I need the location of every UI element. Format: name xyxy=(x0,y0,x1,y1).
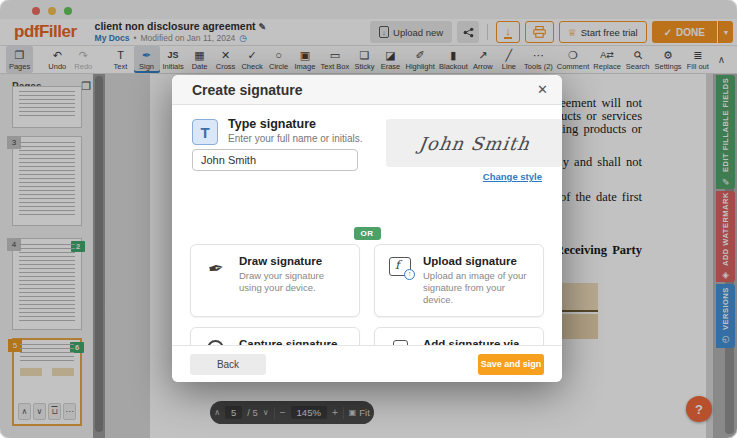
draw-pen-icon: ✒ xyxy=(206,256,226,281)
upload-signature-card[interactable]: f↑ Upload signature Upload an image of y… xyxy=(374,244,544,317)
change-style-link[interactable]: Change style xyxy=(483,171,542,182)
modal-footer: Back Save and sign xyxy=(172,345,562,382)
modal-body: T Type signature Enter your full name or… xyxy=(172,105,562,382)
or-badge: OR xyxy=(354,227,381,240)
upload-signature-icon: f↑ xyxy=(389,257,411,276)
modal-header: Create signature ✕ xyxy=(172,75,562,105)
or-divider: OR xyxy=(190,222,544,236)
signature-preview-text: John Smith xyxy=(417,133,531,154)
signature-preview: John Smith xyxy=(386,119,562,167)
type-signature-section: T Type signature Enter your full name or… xyxy=(190,117,544,144)
create-signature-modal: Create signature ✕ T Type signature Ente… xyxy=(172,75,562,382)
draw-signature-card[interactable]: ✒ Draw signature Draw your signature usi… xyxy=(190,244,360,317)
close-modal-button[interactable]: ✕ xyxy=(537,82,548,97)
type-signature-icon: T xyxy=(192,119,218,145)
modal-title: Create signature xyxy=(192,82,302,98)
app-window: pdfFiller client non disclosure agreemen… xyxy=(0,0,737,438)
signature-name-input[interactable] xyxy=(192,149,358,171)
save-and-sign-button[interactable]: Save and sign xyxy=(478,354,544,375)
back-button[interactable]: Back xyxy=(190,354,266,375)
